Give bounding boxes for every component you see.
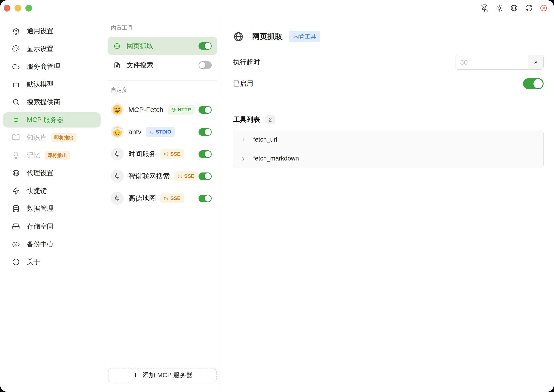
- timeout-input-group: s: [455, 55, 544, 70]
- close-traffic-button[interactable]: [4, 5, 10, 12]
- info-icon: [12, 258, 20, 266]
- tools-list-header: 工具列表 2: [233, 115, 544, 124]
- sidebar-item-label: 通用设置: [27, 27, 54, 36]
- tool-name: fetch_markdown: [253, 155, 299, 162]
- badge-label: HTTP: [178, 107, 191, 113]
- stdio-transport-badge: STDIO: [146, 127, 175, 137]
- zoom-traffic-button[interactable]: [25, 5, 32, 12]
- sse-transport-badge: SSE: [160, 149, 184, 159]
- custom-servers-header: 自定义: [111, 86, 214, 94]
- titlebar: [0, 0, 554, 16]
- server-avatar: [111, 192, 124, 205]
- sse-transport-badge: SSE: [160, 193, 184, 203]
- minimize-traffic-button[interactable]: [14, 5, 21, 12]
- sidebar-item-default-models[interactable]: 默认模型: [3, 77, 101, 92]
- time-service-toggle[interactable]: [199, 150, 212, 158]
- sidebar-item-general[interactable]: 通用设置: [3, 23, 101, 39]
- radio-icon: [164, 152, 168, 156]
- zhipu-search-toggle[interactable]: [199, 173, 212, 180]
- sidebar-item-label: 快捷键: [27, 186, 47, 196]
- main-layout: 通用设置 显示设置 服务商管理 默认模型 搜索提供商 MCP 服务器: [0, 16, 554, 392]
- badge-label: SSE: [184, 173, 194, 179]
- file-search-icon: [114, 62, 121, 69]
- sidebar-item-shortcuts[interactable]: 快捷键: [3, 183, 101, 199]
- sidebar-item-mcp-servers[interactable]: MCP 服务器: [3, 112, 101, 127]
- sidebar-item-label: 记忆: [27, 151, 40, 160]
- bandage-face-emoji-icon: [112, 126, 122, 137]
- sidebar-item-memory[interactable]: 记忆 即将推出: [3, 148, 101, 163]
- radio-icon: [178, 174, 182, 178]
- http-transport-badge: HTTP: [168, 105, 194, 115]
- sidebar-item-label: 数据管理: [27, 204, 54, 213]
- globe-icon: [233, 31, 244, 42]
- server-avatar: [111, 126, 124, 138]
- server-detail-pane: 网页抓取 内置工具 执行超时 s 已启用 工具列表 2: [221, 16, 554, 392]
- timeout-row: 执行超时 s: [233, 55, 544, 70]
- timeout-label: 执行超时: [233, 58, 260, 67]
- gear-icon: [12, 27, 20, 35]
- grinning-emoji-icon: [112, 105, 122, 115]
- mcp-fetch-toggle[interactable]: [199, 106, 212, 114]
- timeout-input[interactable]: [455, 55, 528, 70]
- badge-label: STDIO: [156, 129, 171, 135]
- server-row-antv[interactable]: antv STDIO: [108, 121, 217, 143]
- sidebar-item-proxy[interactable]: 代理设置: [3, 166, 101, 181]
- server-avatar: [111, 170, 124, 183]
- globe-icon[interactable]: [510, 4, 518, 12]
- close-icon[interactable]: [540, 4, 547, 12]
- file-search-toggle[interactable]: [199, 61, 212, 69]
- add-mcp-server-button[interactable]: 添加 MCP 服务器: [108, 368, 217, 382]
- panel-spacer: [108, 209, 217, 368]
- tools-count-badge: 2: [266, 115, 275, 124]
- sidebar-item-display[interactable]: 显示设置: [3, 41, 101, 56]
- enabled-row: 已启用: [233, 78, 544, 89]
- sidebar-item-search-providers[interactable]: 搜索提供商: [3, 95, 101, 110]
- sidebar-item-providers[interactable]: 服务商管理: [3, 59, 101, 74]
- cloud-upload-icon: [12, 240, 20, 248]
- badge-label: SSE: [170, 151, 180, 157]
- antv-toggle[interactable]: [199, 128, 212, 136]
- server-row-time-service[interactable]: 时间服务 SSE: [108, 143, 217, 165]
- section-divider: [233, 73, 544, 73]
- builtin-tool-web-fetch[interactable]: 网页抓取: [108, 37, 217, 55]
- refresh-icon[interactable]: [525, 4, 533, 12]
- sidebar-item-label: 存储空间: [27, 222, 54, 231]
- sidebar-item-label: MCP 服务器: [27, 115, 64, 125]
- sidebar-item-label: 显示设置: [27, 44, 54, 54]
- sidebar-item-knowledge-base[interactable]: 知识库 即将推出: [3, 130, 101, 145]
- badge-label: SSE: [170, 195, 180, 201]
- add-button-label: 添加 MCP 服务器: [142, 371, 193, 379]
- sidebar-item-backup[interactable]: 备份中心: [3, 237, 101, 252]
- builtin-tool-badge: 内置工具: [289, 31, 320, 42]
- builtin-tools-header: 内置工具: [111, 24, 214, 32]
- sidebar-item-data-management[interactable]: 数据管理: [3, 201, 101, 216]
- sidebar-item-label: 搜索提供商: [27, 98, 60, 107]
- server-row-mcp-fetch[interactable]: MCP-Fetch HTTP: [108, 99, 217, 121]
- pin-off-icon[interactable]: [481, 4, 489, 12]
- sidebar-item-label: 默认模型: [27, 80, 54, 89]
- search-icon: [12, 98, 20, 106]
- settings-sidebar: 通用设置 显示设置 服务商管理 默认模型 搜索提供商 MCP 服务器: [0, 16, 104, 392]
- tool-label: 文件搜索: [127, 61, 153, 70]
- sidebar-item-storage[interactable]: 存储空间: [3, 219, 101, 234]
- builtin-tool-file-search[interactable]: 文件搜索: [108, 56, 217, 75]
- server-row-amap[interactable]: 高德地图 SSE: [108, 187, 217, 209]
- enabled-toggle[interactable]: [523, 78, 544, 89]
- server-name: 时间服务: [128, 149, 156, 159]
- sidebar-item-about[interactable]: 关于: [3, 254, 101, 270]
- sun-icon[interactable]: [495, 4, 503, 12]
- timeout-unit: s: [528, 55, 543, 70]
- tool-name: fetch_url: [253, 136, 277, 143]
- globe-icon: [171, 107, 176, 112]
- server-row-zhipu-search[interactable]: 智谱联网搜索 SSE: [108, 165, 217, 187]
- sse-transport-badge: SSE: [174, 171, 198, 181]
- hard-drive-icon: [12, 223, 20, 230]
- tool-item-fetch-markdown[interactable]: fetch_markdown: [233, 149, 543, 168]
- tools-list-title: 工具列表: [233, 115, 260, 124]
- web-fetch-toggle[interactable]: [199, 42, 212, 50]
- plug-icon: [12, 116, 20, 124]
- tool-item-fetch-url[interactable]: fetch_url: [233, 130, 543, 149]
- mcp-server-list-panel: 内置工具 网页抓取 文件搜索 自定义 MCP-Fetch: [104, 16, 221, 392]
- amap-toggle[interactable]: [199, 195, 212, 202]
- server-avatar: [111, 147, 124, 161]
